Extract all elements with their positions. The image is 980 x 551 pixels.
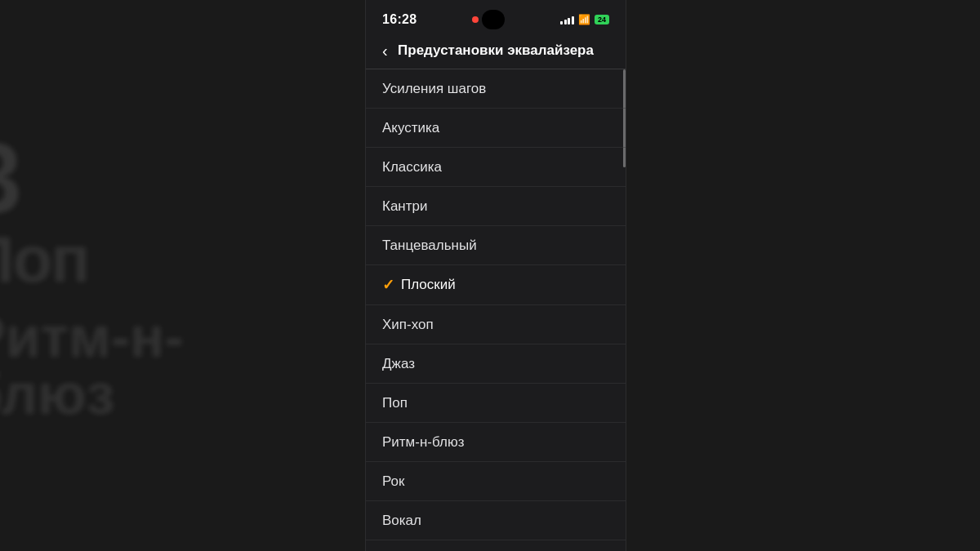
phone-panel: 16:28 📶 24 ‹ Предустановки эквалайзера У… [365,0,626,551]
list-item-label-vokal: Вокал [382,513,609,529]
list-item-pop[interactable]: Поп [366,384,626,423]
nav-header: ‹ Предустановки эквалайзера [366,36,626,69]
list-item-usil[interactable]: Усиления шагов [366,69,626,109]
back-button[interactable]: ‹ [379,39,391,62]
list-item-kantri[interactable]: Кантри [366,187,626,226]
list-item-dzhaz[interactable]: Джаз [366,344,626,384]
list-item-igry[interactable]: Игры [366,540,626,551]
list-item-tants[interactable]: Танцевальный [366,226,626,265]
list-item-label-dzhaz: Джаз [382,356,609,372]
bg-text-pop: Поп [0,227,89,292]
list-item-label-ritm: Ритм-н-блюз [382,434,609,451]
list-item-label-usil: Усиления шагов [382,81,609,97]
list-item-label-rok: Рок [382,473,609,490]
list-item-label-pop: Поп [382,395,609,411]
preset-list[interactable]: Усиления шаговАкустикаКлассикаКантриТанц… [366,69,626,551]
list-item-label-klassika: Классика [382,159,609,176]
status-icons: 📶 24 [560,14,609,25]
list-item-ploskiy[interactable]: ✓Плоский [366,265,626,305]
wifi-icon: 📶 [578,14,590,25]
list-item-label-ploskiy: Плоский [401,277,609,293]
bg-text-rb: Ритм-н-блюз [0,309,294,423]
list-item-label-hiphop: Хип-хоп [382,317,609,333]
status-dot [472,16,479,23]
status-center [472,10,505,29]
list-item-vokal[interactable]: Вокал [366,501,626,540]
battery-badge: 24 [595,15,609,24]
check-icon-ploskiy: ✓ [382,276,394,294]
list-item-ritm[interactable]: Ритм-н-блюз [366,423,626,462]
signal-icon [560,15,574,24]
list-item-rok[interactable]: Рок [366,462,626,501]
status-pill [482,10,505,29]
background-text: 3 Поп Ритм-н-блюз [0,0,294,551]
bg-text-3: 3 [0,129,19,227]
list-item-label-kantri: Кантри [382,198,609,215]
page-title: Предустановки эквалайзера [398,42,594,59]
list-item-label-akust: Акустика [382,120,609,136]
list-item-klassika[interactable]: Классика [366,148,626,187]
list-item-akust[interactable]: Акустика [366,109,626,148]
status-bar: 16:28 📶 24 [366,0,626,36]
status-time: 16:28 [382,12,416,27]
list-item-label-tants: Танцевальный [382,238,609,254]
list-item-hiphop[interactable]: Хип-хоп [366,305,626,344]
